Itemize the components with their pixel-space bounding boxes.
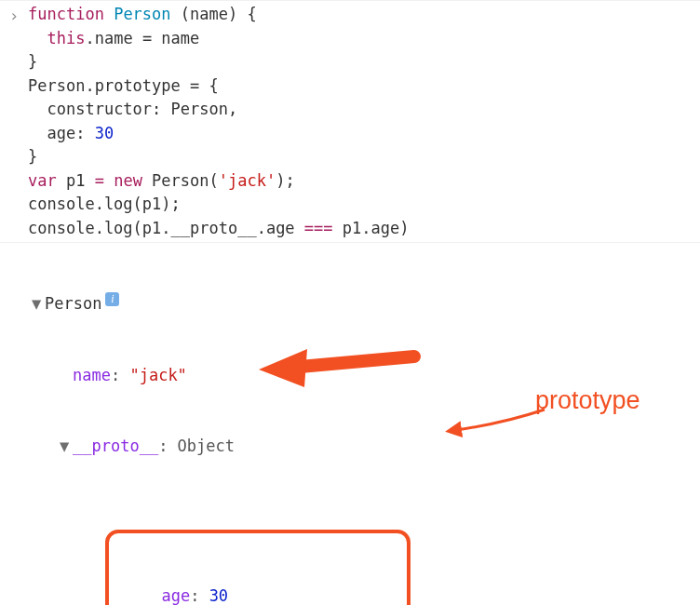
prop-name-row[interactable]: name: "jack" — [28, 364, 693, 388]
prop-age-row[interactable]: age: 30 — [116, 585, 399, 605]
info-icon[interactable]: i — [105, 292, 119, 306]
prop-proto-row[interactable]: ▼ __proto__: Object — [28, 435, 693, 459]
disclosure-down-icon[interactable]: ▼ — [28, 292, 45, 316]
object-class-name: Person — [45, 292, 101, 316]
input-prompt-icon: › — [0, 3, 28, 29]
object-explorer[interactable]: ▼ Person i name: "jack" ▼ __proto__: Obj… — [28, 245, 700, 605]
disclosure-down-icon[interactable]: ▼ — [56, 435, 73, 459]
object-root-row[interactable]: ▼ Person i — [28, 292, 693, 316]
console-input-row: › function Person (name) { this.name = n… — [0, 0, 700, 242]
code-block[interactable]: function Person (name) { this.name = nam… — [28, 3, 700, 240]
highlight-box: age: 30 ▶ constructor: Person(name) ▶ __… — [105, 530, 411, 605]
console-output-object-row: ▼ Person i name: "jack" ▼ __proto__: Obj… — [0, 242, 700, 605]
output-gutter — [0, 245, 28, 247]
